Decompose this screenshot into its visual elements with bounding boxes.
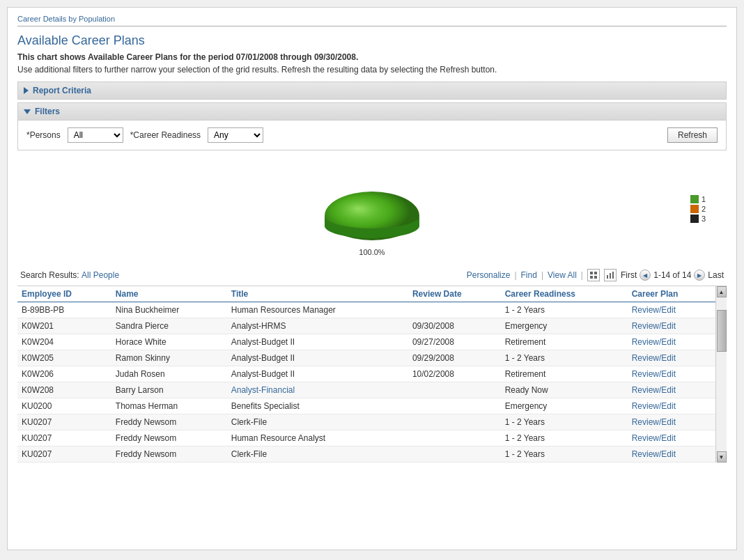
filter-row: *Persons All Selected None *Career Readi… [26, 127, 718, 143]
pie-svg [316, 169, 428, 245]
refresh-button[interactable]: Refresh [667, 127, 718, 143]
cell-review-date [408, 446, 501, 462]
search-results-actions: Personalize | Find | View All | [467, 269, 724, 281]
legend-color-2 [690, 205, 699, 213]
collapse-icon-filters [24, 109, 31, 114]
cell-review-date: 09/27/2008 [408, 334, 501, 350]
cell-employee-id: K0W205 [17, 350, 111, 366]
col-title: Title [227, 286, 408, 302]
svg-point-2 [325, 192, 419, 240]
cell-title: Clerk-File [227, 414, 408, 430]
table-row: K0W204 Horace White Analyst-Budget II 09… [17, 334, 715, 350]
review-edit-link[interactable]: Review/Edit [632, 449, 676, 459]
cell-career-readiness: Ready Now [501, 382, 628, 398]
cell-name: Thomas Herman [111, 398, 227, 414]
title-cell: Analyst-Budget II [231, 337, 295, 347]
cell-review-date: 09/29/2008 [408, 350, 501, 366]
cell-career-plan: Review/Edit [628, 446, 715, 462]
chart-icon [606, 271, 614, 279]
review-edit-link[interactable]: Review/Edit [632, 385, 676, 395]
legend-label-3: 3 [702, 215, 706, 223]
cell-career-plan: Review/Edit [628, 334, 715, 350]
cell-career-readiness: 1 - 2 Years [501, 430, 628, 446]
legend-label-1: 1 [702, 195, 706, 203]
collapse-icon-report [24, 87, 29, 94]
table-row: B-89BB-PB Nina Buckheimer Human Resource… [17, 302, 715, 318]
results-table: Employee ID Name Title Review Date Caree… [17, 286, 715, 462]
report-criteria-header[interactable]: Report Criteria [18, 82, 726, 99]
scroll-up-btn[interactable]: ▲ [717, 286, 727, 297]
legend-label-2: 2 [702, 205, 706, 213]
cell-employee-id: B-89BB-PB [17, 302, 111, 318]
cell-career-plan: Review/Edit [628, 350, 715, 366]
review-edit-link[interactable]: Review/Edit [632, 305, 676, 315]
persons-label: *Persons [26, 130, 61, 140]
main-container: Career Details by Population Available C… [7, 7, 737, 550]
cell-name: Horace White [111, 334, 227, 350]
career-readiness-select[interactable]: Any Ready Now 1 - 2 Years Emergency Reti… [208, 127, 263, 143]
cell-title: Analyst-Budget II [227, 366, 408, 382]
cell-employee-id: KU0207 [17, 446, 111, 462]
table-row: K0W208 Barry Larson Analyst-Financial Re… [17, 382, 715, 398]
cell-name: Freddy Newsom [111, 414, 227, 430]
scrollbar-thumb[interactable] [717, 310, 727, 352]
cell-name: Freddy Newsom [111, 430, 227, 446]
cell-career-plan: Review/Edit [628, 366, 715, 382]
review-edit-link[interactable]: Review/Edit [632, 353, 676, 363]
cell-title: Analyst-Budget II [227, 350, 408, 366]
personalize-link[interactable]: Personalize [467, 270, 511, 280]
chart-description: Use additional filters to further narrow… [17, 65, 727, 75]
cell-title: Analyst-Financial [227, 382, 408, 398]
cell-career-plan: Review/Edit [628, 414, 715, 430]
review-edit-link[interactable]: Review/Edit [632, 321, 676, 331]
svg-rect-3 [590, 272, 593, 274]
cell-employee-id: K0W204 [17, 334, 111, 350]
legend-item-2: 2 [690, 205, 706, 213]
cell-name: Sandra Pierce [111, 318, 227, 334]
all-people-link[interactable]: All People [82, 270, 119, 280]
cell-employee-id: K0W201 [17, 318, 111, 334]
grid-icon-btn[interactable] [587, 269, 600, 281]
table-row: KU0207 Freddy Newsom Clerk-File 1 - 2 Ye… [17, 446, 715, 462]
page-info: 1-14 of 14 [653, 270, 691, 280]
career-readiness-label: *Career Readiness [130, 130, 201, 140]
scroll-down-btn[interactable]: ▼ [717, 451, 727, 462]
review-edit-link[interactable]: Review/Edit [632, 401, 676, 411]
next-page-btn[interactable]: ▶ [694, 270, 705, 281]
title-cell: Analyst-Budget II [231, 369, 295, 379]
cell-employee-id: KU0200 [17, 398, 111, 414]
title-link[interactable]: Analyst-Financial [231, 385, 295, 395]
svg-rect-6 [594, 276, 597, 279]
persons-select[interactable]: All Selected None [68, 127, 123, 143]
view-all-link[interactable]: View All [548, 270, 577, 280]
review-edit-link[interactable]: Review/Edit [632, 433, 676, 443]
find-link[interactable]: Find [521, 270, 537, 280]
page-title: Available Career Plans [17, 33, 727, 48]
cell-name: Barry Larson [111, 382, 227, 398]
cell-employee-id: K0W206 [17, 366, 111, 382]
cell-title: Benefits Specialist [227, 398, 408, 414]
last-label: Last [708, 270, 724, 280]
prev-page-btn[interactable]: ◀ [640, 270, 651, 281]
review-edit-link[interactable]: Review/Edit [632, 417, 676, 427]
review-edit-link[interactable]: Review/Edit [632, 369, 676, 379]
chart-icon-btn[interactable] [604, 269, 617, 281]
search-results-bar: Search Results: All People Personalize |… [17, 265, 727, 286]
svg-rect-7 [607, 275, 608, 279]
legend-item-3: 3 [690, 215, 706, 223]
filters-header[interactable]: Filters [18, 103, 726, 120]
cell-career-readiness: 1 - 2 Years [501, 350, 628, 366]
results-table-container: Employee ID Name Title Review Date Caree… [17, 286, 727, 462]
title-cell: Analyst-HRMS [231, 321, 286, 331]
cell-career-readiness: Emergency [501, 318, 628, 334]
cell-career-plan: Review/Edit [628, 398, 715, 414]
cell-name: Ramon Skinny [111, 350, 227, 366]
cell-review-date [408, 430, 501, 446]
filters-section: Filters *Persons All Selected None *Care… [17, 102, 727, 150]
cell-career-plan: Review/Edit [628, 318, 715, 334]
review-edit-link[interactable]: Review/Edit [632, 337, 676, 347]
title-cell: Human Resources Manager [231, 305, 336, 315]
table-row: KU0200 Thomas Herman Benefits Specialist… [17, 398, 715, 414]
cell-career-readiness: Emergency [501, 398, 628, 414]
title-cell: Human Resource Analyst [231, 433, 325, 443]
